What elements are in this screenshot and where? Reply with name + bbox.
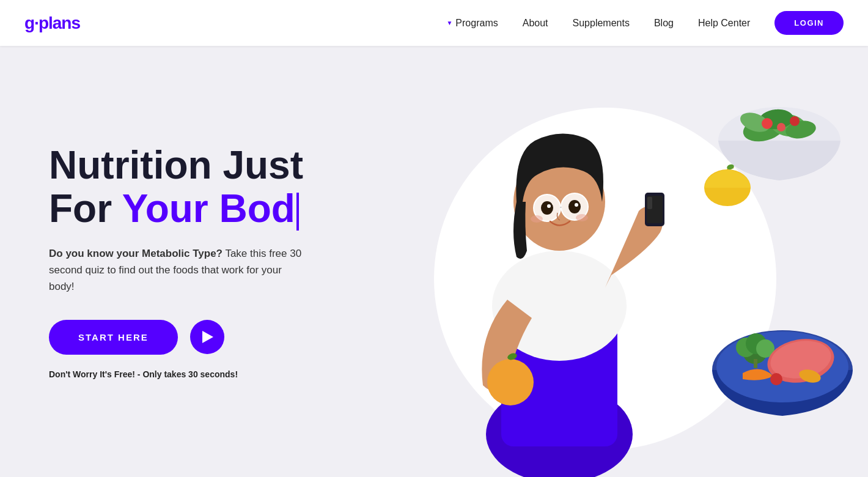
svg-point-39 — [770, 373, 782, 385]
logo-text: g·plans — [24, 13, 80, 33]
svg-point-10 — [568, 200, 581, 213]
nav-item-help-center[interactable]: Help Center — [698, 18, 750, 29]
logo[interactable]: g·plans — [24, 13, 80, 33]
play-icon — [202, 331, 213, 343]
lemon-illustration — [700, 162, 755, 211]
svg-line-8 — [561, 207, 561, 208]
svg-rect-17 — [647, 197, 652, 209]
cursor-blink — [296, 193, 299, 231]
hero-illustration — [342, 46, 868, 477]
hero-subtitle: Do you know your Metabolic Type? Take th… — [49, 245, 306, 295]
login-button[interactable]: LOGIN — [774, 11, 844, 35]
hero-section: Nutrition Just For Your Bod Do you know … — [0, 46, 868, 477]
svg-point-24 — [762, 118, 773, 129]
nav-item-programs[interactable]: ▼ Programs — [446, 18, 498, 29]
hero-content: Nutrition Just For Your Bod Do you know … — [49, 144, 367, 379]
hero-title: Nutrition Just For Your Bod — [49, 144, 367, 230]
start-here-button[interactable]: START HERE — [49, 320, 178, 355]
svg-point-9 — [541, 201, 553, 215]
svg-point-15 — [487, 359, 534, 405]
hero-title-highlight: Your Bod — [122, 187, 295, 231]
nav-links: ▼ Programs About Supplements Blog Help C… — [446, 11, 844, 35]
navbar: g·plans ▼ Programs About Supplements Blo… — [0, 0, 868, 46]
svg-point-14 — [576, 214, 588, 221]
svg-point-25 — [790, 116, 800, 126]
play-video-button[interactable] — [190, 320, 224, 354]
nav-item-about[interactable]: About — [523, 18, 548, 29]
svg-point-11 — [547, 204, 551, 208]
nav-item-supplements[interactable]: Supplements — [573, 18, 630, 29]
svg-point-26 — [777, 123, 785, 131]
hero-cta-row: START HERE — [49, 320, 367, 355]
nav-item-blog[interactable]: Blog — [654, 18, 674, 29]
woman-illustration — [428, 80, 691, 477]
protein-bowl-illustration — [706, 306, 859, 422]
svg-point-13 — [531, 215, 543, 223]
svg-point-12 — [575, 203, 578, 207]
hero-free-note: Don't Worry It's Free! - Only takes 30 s… — [49, 369, 367, 379]
dropdown-arrow-icon: ▼ — [446, 20, 452, 26]
svg-rect-35 — [754, 359, 757, 368]
